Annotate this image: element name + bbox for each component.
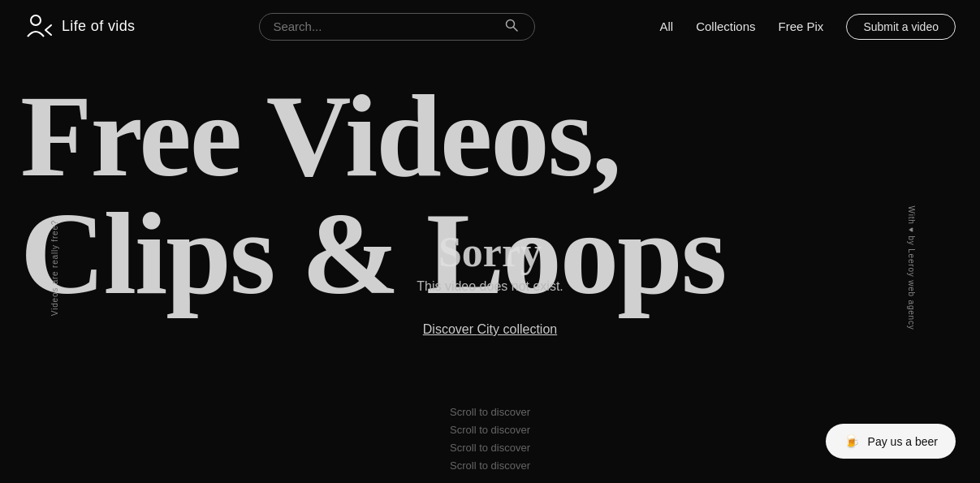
error-message: This video does not exist. <box>417 279 563 294</box>
beer-icon: 🍺 <box>844 433 860 449</box>
header: Life of vids All Collections Free Pix Su… <box>0 0 980 53</box>
discover-text: Discover City collection <box>423 322 557 337</box>
hero-title-line1: Free Videos, <box>20 71 620 201</box>
hero-title-line2: Clips & Loops <box>20 188 725 318</box>
search-input[interactable] <box>273 19 500 33</box>
pay-beer-button[interactable]: 🍺 Pay us a beer <box>826 424 956 459</box>
scroll-line-3: Scroll to discover <box>450 439 530 457</box>
error-sorry-title: Sorry <box>417 228 563 276</box>
logo-title: Life of vids <box>62 18 135 35</box>
side-text-left: Videos are really free? <box>50 220 59 316</box>
beer-label: Pay us a beer <box>868 435 938 448</box>
nav-all[interactable]: All <box>659 19 673 33</box>
scroll-line-1: Scroll to discover <box>450 403 530 421</box>
search-icon <box>505 19 518 35</box>
nav-collections[interactable]: Collections <box>696 19 755 33</box>
svg-point-0 <box>31 15 41 25</box>
error-overlay: Sorry This video does not exist. <box>417 228 563 294</box>
scroll-section: Scroll to discover Scroll to discover Sc… <box>450 403 530 475</box>
hero-section: Free Videos, Clips & Loops Videos are re… <box>0 53 980 483</box>
search-bar[interactable] <box>259 13 535 41</box>
submit-video-button[interactable]: Submit a video <box>846 14 956 40</box>
discover-link[interactable]: City collection <box>477 322 557 336</box>
nav-free-pix[interactable]: Free Pix <box>779 19 824 33</box>
logo-icon <box>24 12 54 41</box>
discover-prefix: Discover <box>423 322 477 336</box>
hero-title: Free Videos, Clips & Loops <box>20 77 725 313</box>
side-text-right: With ♥ by Leeroy web agency <box>907 205 916 330</box>
scroll-line-4: Scroll to discover <box>450 457 530 475</box>
scroll-line-2: Scroll to discover <box>450 421 530 439</box>
main-nav: All Collections Free Pix Submit a video <box>659 14 956 40</box>
logo-area[interactable]: Life of vids <box>24 12 135 41</box>
svg-line-2 <box>514 27 518 31</box>
